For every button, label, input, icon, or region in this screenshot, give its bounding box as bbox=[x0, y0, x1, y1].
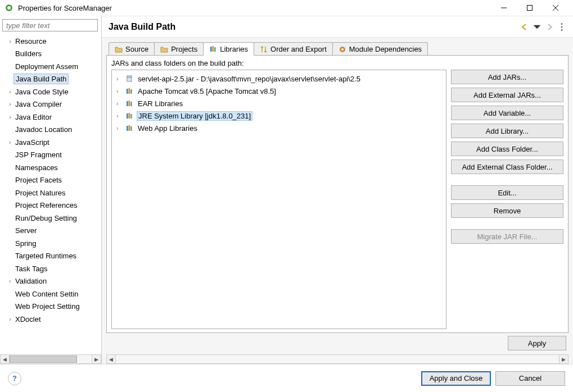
module-icon bbox=[339, 45, 346, 53]
list-item[interactable]: ›JRE System Library [jdk1.8.0_231] bbox=[114, 110, 444, 122]
content-horizontal-scrollbar[interactable]: ◀ ▶ bbox=[106, 354, 569, 364]
scroll-left-button[interactable]: ◀ bbox=[0, 354, 10, 364]
maximize-button[interactable] bbox=[517, 0, 543, 16]
tree-item[interactable]: Javadoc Location bbox=[2, 124, 101, 136]
migrate-jar-button[interactable]: Migrate JAR File... bbox=[451, 229, 563, 244]
tree-item[interactable]: Deployment Assem bbox=[2, 60, 101, 73]
tree-item-label: Java Compiler bbox=[13, 99, 64, 109]
tree-item[interactable]: Task Tags bbox=[2, 262, 101, 275]
apply-and-close-button[interactable]: Apply and Close bbox=[421, 371, 491, 386]
tab-module-deps[interactable]: Module Dependencies bbox=[332, 42, 428, 56]
add-jars-button[interactable]: Add JARs... bbox=[451, 70, 563, 84]
tree-item[interactable]: ›Resource bbox=[2, 35, 101, 48]
svg-rect-24 bbox=[130, 114, 132, 118]
tree-item[interactable]: Builders bbox=[2, 48, 101, 61]
tree-item[interactable]: Project Natures bbox=[2, 186, 101, 199]
scroll-thumb[interactable] bbox=[10, 355, 77, 363]
library-icon bbox=[125, 87, 133, 95]
tree-item-label: JavaScript bbox=[13, 138, 51, 147]
tree-item[interactable]: Spring bbox=[2, 237, 101, 250]
expander-icon[interactable]: › bbox=[116, 76, 122, 82]
tab-order-export[interactable]: Order and Export bbox=[254, 42, 333, 56]
tree-item[interactable]: Namespaces bbox=[2, 161, 101, 174]
expander-icon[interactable]: › bbox=[7, 114, 13, 120]
add-external-jars-button[interactable]: Add External JARs... bbox=[451, 88, 563, 102]
svg-rect-10 bbox=[213, 46, 214, 52]
scroll-left-button[interactable]: ◀ bbox=[106, 354, 116, 364]
expander-icon[interactable]: › bbox=[116, 125, 122, 131]
cancel-button[interactable]: Cancel bbox=[495, 371, 565, 386]
tree-item-label: Project References bbox=[13, 200, 79, 210]
svg-rect-3 bbox=[527, 6, 533, 11]
tree-item[interactable]: ›Java Editor bbox=[2, 111, 101, 124]
horizontal-scrollbar[interactable]: ◀ ▶ bbox=[0, 354, 101, 364]
tree-item-label: XDoclet bbox=[13, 314, 43, 324]
tree-item[interactable]: Project Facets bbox=[2, 174, 101, 187]
list-item[interactable]: ›EAR Libraries bbox=[114, 97, 444, 110]
tree-item[interactable]: ›XDoclet bbox=[2, 313, 101, 326]
tab-label: Order and Export bbox=[270, 45, 327, 53]
tree-item-label: Project Natures bbox=[13, 188, 67, 198]
tree-item[interactable]: ›Java Code Style bbox=[2, 85, 101, 98]
scroll-track[interactable] bbox=[10, 354, 92, 364]
tab-libraries[interactable]: Libraries bbox=[203, 42, 254, 56]
add-class-folder-button[interactable]: Add Class Folder... bbox=[451, 142, 563, 156]
scroll-track[interactable] bbox=[116, 354, 559, 364]
tree-item-label: Server bbox=[13, 226, 38, 235]
expander-icon[interactable]: › bbox=[7, 89, 13, 95]
edit-button[interactable]: Edit... bbox=[451, 185, 563, 200]
dropdown-icon[interactable] bbox=[533, 22, 542, 31]
add-external-class-folder-button[interactable]: Add External Class Folder... bbox=[451, 159, 563, 174]
jar-icon bbox=[125, 75, 133, 83]
jar-list[interactable]: ›servlet-api-2.5.jar - D:\javasoft\mvn_r… bbox=[111, 70, 446, 329]
add-library-button[interactable]: Add Library... bbox=[451, 124, 563, 138]
list-item-label: Web App Libraries bbox=[137, 124, 198, 133]
scroll-right-button[interactable]: ▶ bbox=[92, 354, 101, 364]
remove-button[interactable]: Remove bbox=[451, 203, 563, 218]
filter-input[interactable] bbox=[2, 19, 98, 31]
menu-icon[interactable] bbox=[557, 22, 566, 31]
list-item[interactable]: ›Web App Libraries bbox=[114, 122, 444, 134]
tree-item-label: Task Tags bbox=[13, 264, 49, 274]
expander-icon[interactable]: › bbox=[7, 101, 13, 107]
properties-tree[interactable]: ›ResourceBuildersDeployment AssemJava Bu… bbox=[0, 35, 101, 354]
tree-item[interactable]: ›JavaScript bbox=[2, 136, 101, 149]
tree-item[interactable]: Java Build Path bbox=[2, 73, 101, 86]
scroll-right-button[interactable]: ▶ bbox=[559, 354, 569, 364]
tree-item-label: Targeted Runtimes bbox=[13, 251, 78, 261]
list-item[interactable]: ›Apache Tomcat v8.5 [Apache Tomcat v8.5] bbox=[114, 85, 444, 97]
list-item[interactable]: ›servlet-api-2.5.jar - D:\javasoft\mvn_r… bbox=[114, 72, 444, 85]
tree-item[interactable]: ›Java Compiler bbox=[2, 98, 101, 111]
tree-item[interactable]: Run/Debug Setting bbox=[2, 212, 101, 225]
tree-item[interactable]: ›Validation bbox=[2, 275, 101, 288]
tab-projects[interactable]: Projects bbox=[154, 42, 204, 56]
tree-item-label: Builders bbox=[13, 49, 43, 58]
tree-item[interactable]: Web Project Setting bbox=[2, 300, 101, 313]
expander-icon[interactable]: › bbox=[7, 316, 13, 322]
back-icon[interactable] bbox=[520, 22, 529, 31]
tree-item[interactable]: Web Content Settin bbox=[2, 288, 101, 300]
svg-rect-11 bbox=[214, 47, 216, 52]
expander-icon[interactable]: › bbox=[7, 278, 13, 284]
add-variable-button[interactable]: Add Variable... bbox=[451, 106, 563, 120]
expander-icon[interactable]: › bbox=[116, 88, 122, 94]
expander-icon[interactable]: › bbox=[116, 113, 122, 119]
tree-item[interactable]: Server bbox=[2, 225, 101, 238]
help-button[interactable]: ? bbox=[8, 372, 21, 385]
tree-item-label: Java Build Path bbox=[13, 74, 69, 84]
page-title: Java Build Path bbox=[109, 22, 520, 32]
svg-rect-16 bbox=[127, 89, 128, 94]
expander-icon[interactable]: › bbox=[116, 101, 122, 107]
tree-item[interactable]: JSP Fragment bbox=[2, 149, 101, 162]
close-button[interactable] bbox=[543, 0, 569, 16]
apply-button[interactable]: Apply bbox=[508, 336, 566, 350]
minimize-button[interactable] bbox=[491, 0, 517, 16]
forward-icon[interactable] bbox=[545, 22, 554, 31]
library-icon bbox=[125, 99, 133, 107]
expander-icon[interactable]: › bbox=[7, 38, 13, 44]
expander-icon[interactable]: › bbox=[7, 139, 13, 145]
tree-item[interactable]: Project References bbox=[2, 199, 101, 212]
tree-item[interactable]: Targeted Runtimes bbox=[2, 250, 101, 263]
tab-source[interactable]: Source bbox=[109, 42, 155, 56]
library-icon bbox=[209, 45, 217, 53]
